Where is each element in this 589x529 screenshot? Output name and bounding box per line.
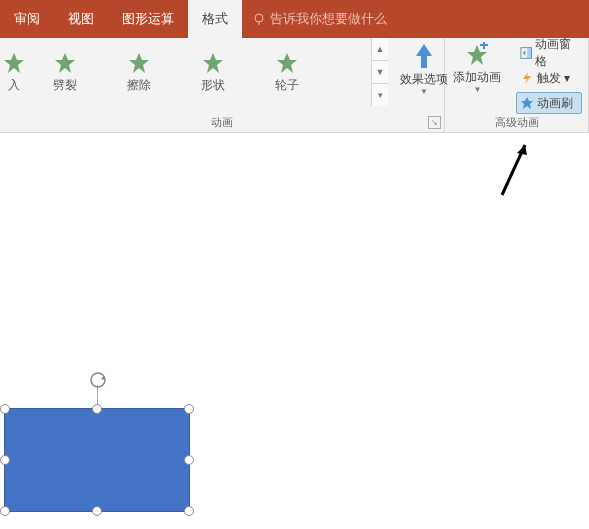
animation-painter-label: 动画刷 [537, 95, 573, 112]
svg-marker-5 [203, 53, 223, 73]
star-icon [2, 51, 26, 75]
animation-pane-label: 动画窗格 [535, 36, 578, 70]
group-advanced-animation: 添加动画 ▼ 动画窗格 触发 ▾ 动画刷 高级动画 [445, 38, 589, 132]
annotation-arrow-icon [497, 137, 537, 197]
add-animation-label: 添加动画 [453, 70, 501, 84]
animation-label: 轮子 [275, 77, 299, 94]
rotate-icon [89, 371, 107, 389]
svg-rect-9 [483, 42, 485, 49]
tab-review[interactable]: 审阅 [0, 0, 54, 38]
tab-format[interactable]: 格式 [188, 0, 242, 38]
svg-marker-3 [55, 53, 75, 73]
group-animation: 入 劈裂 擦除 形状 轮子 [0, 38, 445, 132]
group-label-advanced: 高级动画 [445, 115, 588, 130]
svg-marker-4 [129, 53, 149, 73]
svg-point-13 [91, 373, 105, 387]
animation-label: 擦除 [127, 77, 151, 94]
svg-marker-6 [277, 53, 297, 73]
tell-me-label: 告诉我你想要做什么 [270, 10, 387, 28]
slide-canvas[interactable]: 2 [0, 133, 589, 529]
animation-item-wheel[interactable]: 轮子 [250, 42, 324, 102]
animation-gallery: 入 劈裂 擦除 形状 轮子 [0, 38, 371, 110]
svg-marker-12 [521, 97, 533, 109]
painter-star-icon [520, 96, 534, 110]
star-icon [53, 51, 77, 75]
animation-gallery-wrap: 入 劈裂 擦除 形状 轮子 [0, 38, 388, 110]
ribbon-tab-strip: 审阅 视图 图形运算 格式 告诉我你想要做什么 [0, 0, 589, 38]
lightbulb-icon [252, 12, 266, 26]
star-icon [201, 51, 225, 75]
ribbon: 入 劈裂 擦除 形状 轮子 [0, 38, 589, 133]
animation-item-wipe[interactable]: 擦除 [102, 42, 176, 102]
animation-pane-button[interactable]: 动画窗格 [516, 42, 582, 64]
group-label-animation: 动画 [0, 115, 444, 130]
effect-options-label: 效果选项 [400, 72, 448, 86]
tell-me-search[interactable]: 告诉我你想要做什么 [252, 10, 387, 28]
tab-view[interactable]: 视图 [54, 0, 108, 38]
resize-handle-tr[interactable] [184, 404, 194, 414]
dialog-launcher[interactable]: ↘ [428, 116, 441, 129]
star-icon [127, 51, 151, 75]
pane-icon [520, 46, 532, 60]
star-plus-icon [464, 42, 490, 68]
svg-marker-2 [4, 53, 24, 73]
trigger-label: 触发 [537, 70, 561, 87]
resize-handle-bl[interactable] [0, 506, 10, 516]
svg-point-0 [255, 14, 263, 22]
resize-handle-tm[interactable] [92, 404, 102, 414]
tab-drawing[interactable]: 图形运算 [108, 0, 188, 38]
dropdown-caret-icon: ▼ [473, 85, 481, 94]
animation-item-in[interactable]: 入 [0, 42, 28, 102]
trigger-button[interactable]: 触发 ▾ [516, 67, 582, 89]
svg-rect-11 [527, 48, 531, 59]
gallery-scrollbar: ▲ ▼ ▾ [371, 38, 388, 106]
star-icon [275, 51, 299, 75]
animation-item-shape[interactable]: 形状 [176, 42, 250, 102]
dropdown-caret-icon: ▾ [564, 71, 570, 85]
animation-label: 入 [8, 77, 20, 94]
gallery-scroll-up[interactable]: ▲ [372, 38, 388, 61]
dropdown-caret-icon: ▼ [420, 87, 428, 96]
animation-label: 劈裂 [53, 77, 77, 94]
rotation-handle[interactable] [89, 371, 107, 392]
resize-handle-mr[interactable] [184, 455, 194, 465]
animation-label: 形状 [201, 77, 225, 94]
resize-handle-br[interactable] [184, 506, 194, 516]
selected-rectangle-shape[interactable] [4, 408, 190, 512]
resize-handle-ml[interactable] [0, 455, 10, 465]
lightning-icon [520, 71, 534, 85]
arrow-up-icon [412, 42, 436, 70]
resize-handle-tl[interactable] [0, 404, 10, 414]
gallery-scroll-down[interactable]: ▼ [372, 61, 388, 84]
animation-painter-button[interactable]: 动画刷 [516, 92, 582, 114]
resize-handle-bm[interactable] [92, 506, 102, 516]
animation-item-split[interactable]: 劈裂 [28, 42, 102, 102]
gallery-more[interactable]: ▾ [372, 84, 388, 106]
